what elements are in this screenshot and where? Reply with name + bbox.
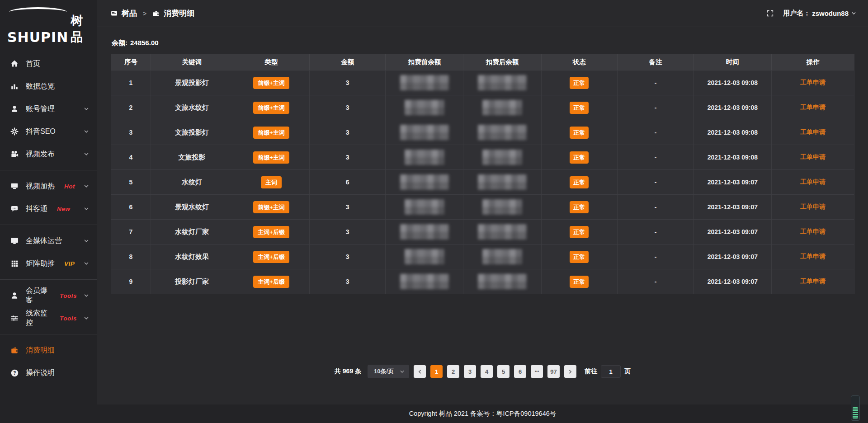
sidebar-item-label: 视频加热: [26, 182, 55, 191]
breadcrumb-current: 消费明细: [164, 8, 194, 19]
censored-value: [405, 199, 444, 215]
censored-value: [405, 100, 444, 115]
row-type-cell: 前缀+主词: [233, 70, 310, 95]
page-button[interactable]: 4: [481, 365, 493, 378]
status-badge: 正常: [570, 102, 589, 114]
work-order-apply-link[interactable]: 工单申请: [800, 79, 826, 87]
work-order-apply-link[interactable]: 工单申请: [800, 153, 826, 161]
sidebar-item-instructions[interactable]: ? 操作说明: [0, 362, 97, 384]
page-ellipsis-button[interactable]: •••: [531, 365, 543, 378]
page-jump-input[interactable]: [601, 365, 621, 378]
page-size-select[interactable]: 10条/页: [368, 365, 409, 378]
balance-before-cell: [386, 70, 463, 95]
censored-value: [400, 174, 449, 190]
sidebar-item-matrix-boost[interactable]: 矩阵助推 VIP: [0, 252, 97, 275]
page-button[interactable]: 2: [447, 365, 459, 378]
page-button[interactable]: 1: [430, 365, 443, 378]
hot-tag: Hot: [64, 183, 75, 190]
breadcrumb-root[interactable]: 树品: [122, 8, 137, 19]
page-button[interactable]: 6: [514, 365, 526, 378]
table-row: 3文旅投影灯前缀+主词3正常-2021-12-03 09:08工单申请: [111, 120, 854, 145]
row-action-cell: 工单申请: [772, 195, 854, 219]
logo-text-cn: 树品: [71, 13, 91, 45]
chevron-down-icon: [851, 11, 856, 16]
breadcrumb: 树品 > 消费明细: [111, 8, 194, 19]
column-header: 关键词: [151, 54, 233, 70]
sidebar-item-douyin-seo[interactable]: 抖音SEO: [0, 120, 97, 143]
row-action-cell: 工单申请: [772, 120, 854, 145]
work-order-apply-link[interactable]: 工单申请: [800, 103, 826, 112]
question-circle-icon: ?: [10, 368, 19, 377]
logo: SHUPIN 树品: [0, 3, 97, 52]
work-order-apply-link[interactable]: 工单申请: [800, 178, 826, 186]
column-header: 状态: [542, 54, 618, 70]
column-header: 序号: [111, 54, 151, 70]
balance-value: 24856.00: [130, 39, 159, 47]
user-icon: [10, 291, 19, 300]
work-order-apply-link[interactable]: 工单申请: [800, 203, 826, 211]
sidebar-item-video-heating[interactable]: 视频加热 Hot: [0, 175, 97, 197]
balance-after-cell: [463, 145, 541, 169]
status-badge: 正常: [570, 127, 589, 139]
column-header: 类型: [233, 54, 310, 70]
table-header: 序号关键词类型金额扣费前余额扣费后余额状态备注时间操作: [111, 54, 854, 70]
screen-icon: [10, 236, 19, 245]
balance-before-cell: [386, 170, 463, 194]
footer: Copyright 树品 2021 备案号：粤ICP备09019646号: [97, 404, 868, 423]
page-button[interactable]: 3: [464, 365, 476, 378]
work-order-apply-link[interactable]: 工单申请: [800, 253, 826, 261]
table-header-row: 序号关键词类型金额扣费前余额扣费后余额状态备注时间操作: [111, 54, 854, 70]
sidebar-item-all-media-operation[interactable]: 全媒体运营: [0, 230, 97, 252]
sidebar-item-data-overview[interactable]: 数据总览: [0, 75, 97, 98]
work-order-apply-link[interactable]: 工单申请: [800, 128, 826, 136]
row-keyword-cell: 景观投影灯: [151, 70, 233, 95]
row-type-cell: 前缀+主词: [233, 145, 310, 169]
sidebar-item-douketong[interactable]: 抖客通 New: [0, 197, 97, 220]
row-time-cell: 2021-12-03 09:07: [694, 220, 772, 244]
fullscreen-icon[interactable]: [766, 9, 774, 17]
sidebar-divider: [0, 170, 97, 170]
type-badge: 前缀+主词: [253, 77, 289, 89]
app-window: SHUPIN 树品 首页 数据总览 账号管理: [0, 0, 868, 423]
sidebar-item-consumption-detail[interactable]: 消费明细: [0, 339, 97, 362]
next-page-button[interactable]: [564, 365, 576, 378]
sidebar-item-home[interactable]: 首页: [0, 52, 97, 75]
row-remark-cell: -: [618, 220, 694, 244]
row-remark-cell: -: [618, 195, 694, 219]
table-row: 9投影灯厂家主词+后缀3正常-2021-12-03 09:07工单申请: [111, 269, 854, 294]
row-type-cell: 前缀+主词: [233, 195, 310, 219]
logo-arc: [9, 7, 67, 12]
type-badge: 前缀+主词: [253, 127, 289, 139]
row-action-cell: 工单申请: [772, 145, 854, 169]
sidebar-item-account-management[interactable]: 账号管理: [0, 98, 97, 120]
sidebar-item-clue-monitor[interactable]: 线索监控 Tools: [0, 307, 97, 329]
chevron-down-icon: [84, 151, 89, 157]
balance-after-cell: [463, 120, 541, 145]
table-row: 4文旅投影前缀+主词3正常-2021-12-03 09:08工单申请: [111, 145, 854, 169]
censored-value: [478, 224, 527, 240]
type-badge: 主词: [261, 176, 282, 188]
status-badge: 正常: [570, 77, 589, 89]
sidebar-item-member-baoke[interactable]: 会员爆客 Tools: [0, 284, 97, 307]
prev-page-button[interactable]: [414, 365, 426, 378]
work-order-apply-link[interactable]: 工单申请: [800, 277, 826, 286]
sidebar-item-video-publish[interactable]: 视频发布: [0, 143, 97, 165]
floating-widget[interactable]: [851, 395, 860, 421]
row-status-cell: 正常: [542, 70, 618, 95]
page-button[interactable]: 97: [547, 365, 560, 378]
chat-bubble-icon: [10, 204, 19, 213]
topbar-right: 用户名： zswodun88: [766, 9, 856, 18]
user-menu[interactable]: 用户名： zswodun88: [783, 9, 856, 18]
page-button[interactable]: 5: [497, 365, 509, 378]
row-remark-cell: -: [618, 120, 694, 145]
row-amount-cell: 3: [310, 220, 386, 244]
work-order-apply-link[interactable]: 工单申请: [800, 228, 826, 236]
table-body: 1景观投影灯前缀+主词3正常-2021-12-03 09:08工单申请2文旅水纹…: [111, 70, 854, 294]
row-action-cell: 工单申请: [772, 269, 854, 294]
row-action-cell: 工单申请: [772, 244, 854, 269]
status-badge: 正常: [570, 276, 589, 288]
sidebar-divider: [0, 225, 97, 225]
censored-value: [478, 174, 527, 190]
censored-value: [400, 224, 449, 240]
row-remark-cell: -: [618, 70, 694, 95]
